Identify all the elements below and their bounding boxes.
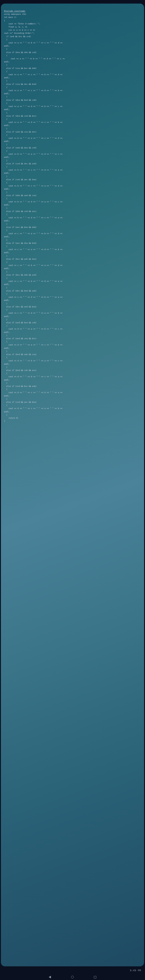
code-line: int main () <box>4 16 141 19</box>
code-line: cout << d << " " << b << " " << c << " "… <box>4 375 141 381</box>
code-line: else if (c>b && a>c && d>a) <box>4 178 141 181</box>
code-line: } <box>4 79 141 83</box>
code-line: cout << a << " " << b << " " << d << " "… <box>4 57 141 64</box>
code-line: } <box>4 239 141 242</box>
code-line: } <box>4 366 141 369</box>
code-line: } <box>4 255 141 258</box>
code-line: { <box>4 165 141 169</box>
code-line: cout << c << " " << d << " " << b << " "… <box>4 296 141 302</box>
code-line: else if (d>b && c>d && a>c) <box>4 210 141 213</box>
code-line: } <box>4 420 141 423</box>
code-line: else if (a>d && c>a && b>c) <box>4 337 141 340</box>
code-line: else if (a>b && c>a && d>c) <box>4 130 141 134</box>
code-line: else if (a>c && d>a && b>d) <box>4 242 141 245</box>
code-line: cout << "Enter 4 numbers: "; <box>4 22 141 25</box>
code-line: else if (b>a && d>b && c>d) <box>4 51 141 54</box>
code-line: } <box>4 111 141 115</box>
code-line: } <box>4 48 141 51</box>
code-line: { <box>4 388 141 391</box>
code-line: cout << a << " " << c << " " << d << " "… <box>4 89 141 95</box>
code-line: { <box>4 118 141 121</box>
code-line: else if (d>c && a>d && b>a) <box>4 305 141 308</box>
code-line: { <box>4 197 141 200</box>
clock: 9:49 PM <box>130 969 141 972</box>
code-line: { <box>4 102 141 105</box>
code-line: } <box>4 159 141 162</box>
back-icon[interactable] <box>49 976 51 978</box>
code-line: if (a>b && b>c && c>d) <box>4 35 141 38</box>
code-line: else if (d>c && b>d && a>b) <box>4 289 141 293</box>
code-line: #include <iostream> <box>4 10 141 13</box>
code-line: } <box>4 302 141 305</box>
code-line: } <box>4 175 141 178</box>
code-line: cout << d << " " << b << " " << a << " "… <box>4 359 141 365</box>
code-line: else if (c>d && d>c && a>d) <box>4 162 141 165</box>
code-line: cin >> a >> b >> c >> d; <box>4 29 141 32</box>
code-line: cout <<" Ascending Order:"; <box>4 32 141 35</box>
code-line: cout << a << " " << b << " " << c << " "… <box>4 41 141 48</box>
code-line: { <box>4 229 141 232</box>
code-line: { <box>4 356 141 359</box>
code-line: { <box>4 308 141 312</box>
code-line: return 0; <box>4 417 141 420</box>
code-line: cout << d << " " << c << " " << a << " "… <box>4 407 141 413</box>
code-line: cout << c << " " << d << " " << a << " "… <box>4 312 141 318</box>
code-line: { <box>4 54 141 57</box>
code-line: { <box>4 245 141 248</box>
code-line: else if (a>b && d>a && c>d) <box>4 146 141 150</box>
code-line: } <box>4 64 141 67</box>
code-line: } <box>4 382 141 385</box>
code-line: cout << d << " " << a << " " << b << " "… <box>4 327 141 334</box>
code-line: else if (d>a && c>d && b>c) <box>4 115 141 118</box>
code-line: } <box>4 207 141 210</box>
code-line: else if (c>a && d>c && b>d) <box>4 83 141 86</box>
code-line: } <box>4 95 141 98</box>
code-line: { <box>4 150 141 153</box>
code-line: float a, b, c, d; <box>4 25 141 29</box>
android-navbar <box>0 974 145 980</box>
code-line: } <box>4 270 141 274</box>
code-line: cout << b << " " << a << " " << d << " "… <box>4 153 141 159</box>
code-line: { <box>4 70 141 73</box>
code-line: else if (c>a && b>c && d>b) <box>4 67 141 70</box>
code-panel[interactable]: #include <iostream> using namespace std;… <box>1 3 144 966</box>
code-line: } <box>4 413 141 417</box>
code-line: } <box>4 127 141 130</box>
code-line: { <box>4 404 141 407</box>
code-line: { <box>4 277 141 280</box>
code-line: else if (b>d && c>b && a>c) <box>4 369 141 372</box>
code-line: { <box>4 86 141 89</box>
code-line: } <box>4 350 141 353</box>
code-line: using namespace std; <box>4 13 141 16</box>
phone-frame: #include <iostream> using namespace std;… <box>0 0 145 980</box>
code-line: cout << c << " " << a << " " << d << " "… <box>4 248 141 254</box>
code-line: cout << b << " " << d << " " << c << " "… <box>4 216 141 222</box>
code-line: else if (d>a && b>d && c>b) <box>4 99 141 102</box>
code-line: { <box>4 181 141 184</box>
code-line: cout << c << " " << a << " " << b << " "… <box>4 232 141 238</box>
recents-icon[interactable] <box>94 976 96 978</box>
code-line: } <box>4 318 141 321</box>
code-line: { <box>4 134 141 137</box>
status-bar <box>0 0 145 3</box>
code-line: cout << c << " " << b << " " << d << " "… <box>4 280 141 286</box>
code-line: cout << a << " " << d << " " << c << " "… <box>4 121 141 127</box>
code-line: } <box>4 398 141 401</box>
code-line: cout << b << " " << c << " " << d << " "… <box>4 169 141 175</box>
code-line: else if (b>c && d>b && a>d) <box>4 274 141 277</box>
code-line: { <box>4 38 141 41</box>
code-line: else if (c>d && b>c && a>b) <box>4 385 141 388</box>
code-line: { <box>4 261 141 264</box>
code-line: cout << b << " " << c << " " << a << " "… <box>4 184 141 191</box>
code-line: { <box>4 372 141 375</box>
code-line: } <box>4 143 141 146</box>
code-line: } <box>4 334 141 337</box>
code-line: else if (b>c && a>b && d>a) <box>4 258 141 261</box>
code-line: { <box>4 293 141 296</box>
code-line: } <box>4 286 141 289</box>
code-line: { <box>4 340 141 343</box>
code-line: else if (b>d && a>b && c>a) <box>4 353 141 356</box>
bottom-bar: 9:49 PM <box>0 966 145 974</box>
home-icon[interactable] <box>71 976 74 978</box>
code-line: { <box>4 213 141 216</box>
